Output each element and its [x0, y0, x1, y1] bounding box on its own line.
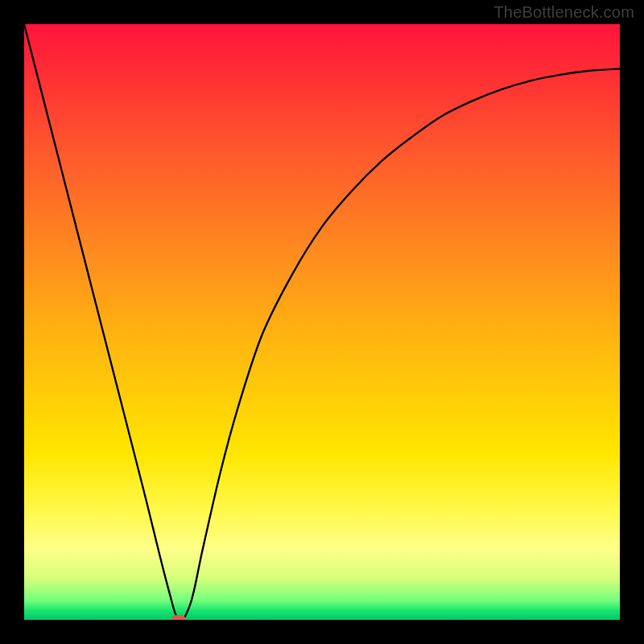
minimum-marker [171, 615, 186, 620]
chart-frame: TheBottleneck.com [0, 0, 644, 644]
attribution-link[interactable]: TheBottleneck.com [493, 3, 634, 22]
bottleneck-curve [24, 24, 620, 620]
plot-area [24, 24, 620, 620]
